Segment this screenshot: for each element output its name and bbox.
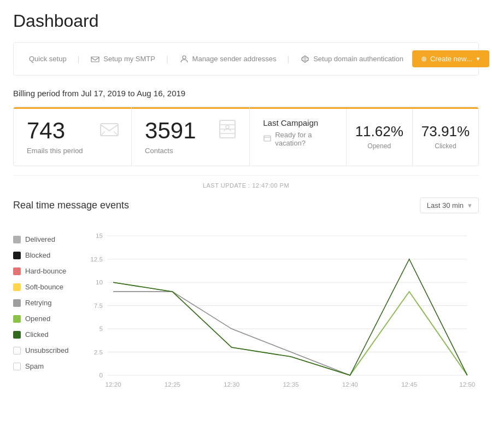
legend-soft-bounce: Soft-bounce bbox=[13, 283, 84, 291]
legend-spam: Spam bbox=[13, 362, 84, 370]
svg-text:12:40: 12:40 bbox=[342, 381, 359, 388]
page-title: Dashboard bbox=[13, 11, 479, 31]
legend-opened: Opened bbox=[13, 315, 84, 323]
last-update: LAST UPDATE : 12:47:00 PM bbox=[13, 175, 479, 189]
delivered-dot bbox=[13, 236, 21, 243]
divider-1: | bbox=[78, 55, 80, 63]
realtime-title: Real time message events bbox=[13, 200, 129, 211]
toolbar: Quick setup | Setup my SMTP | Manage sen… bbox=[13, 42, 479, 75]
create-new-button[interactable]: ⊕ Create new... ▼ bbox=[412, 50, 490, 67]
opened-value: 11.62% bbox=[355, 123, 403, 140]
manage-sender-label: Manage sender addresses bbox=[192, 55, 277, 63]
svg-text:10: 10 bbox=[96, 279, 103, 286]
setup-domain-label: Setup domain authentication bbox=[313, 55, 403, 63]
svg-text:0: 0 bbox=[99, 371, 103, 379]
clicked-metric: 73.91% Clicked bbox=[413, 107, 478, 166]
svg-text:12:50: 12:50 bbox=[459, 381, 476, 388]
divider-2: | bbox=[166, 55, 168, 63]
clicked-value: 73.91% bbox=[421, 123, 470, 140]
svg-point-1 bbox=[183, 56, 186, 59]
legend-clicked: Clicked bbox=[13, 330, 84, 339]
svg-rect-2 bbox=[101, 124, 118, 136]
clicked-dot bbox=[13, 331, 21, 339]
svg-text:12:20: 12:20 bbox=[106, 381, 122, 388]
legend-blocked: Blocked bbox=[13, 251, 84, 259]
svg-text:15: 15 bbox=[96, 232, 103, 240]
sender-icon bbox=[179, 54, 189, 64]
last-campaign-card: Last Campaign Ready for a vacation? 11.6… bbox=[250, 107, 478, 166]
legend-retrying: Retrying bbox=[13, 299, 84, 307]
chart-legend: Delivered Blocked Hard-bounce Soft-bounc… bbox=[13, 224, 84, 400]
time-filter-dropdown[interactable]: Last 30 min ▾ bbox=[420, 197, 479, 213]
last-campaign-title: Last Campaign bbox=[263, 118, 332, 127]
section-header: Real time message events Last 30 min ▾ bbox=[13, 197, 479, 213]
stats-row: 743 Emails this period 3591 Contacts bbox=[13, 107, 479, 166]
chevron-down-icon: ▾ bbox=[468, 201, 472, 210]
svg-text:12:35: 12:35 bbox=[283, 381, 298, 388]
create-chevron-icon: ▼ bbox=[476, 56, 481, 62]
opened-metric: 11.62% Opened bbox=[347, 107, 413, 166]
contacts-label: Contacts bbox=[145, 147, 236, 155]
emails-label: Emails this period bbox=[27, 147, 118, 155]
contacts-stat-card: 3591 Contacts bbox=[132, 107, 250, 166]
opened-label: Opened bbox=[355, 142, 403, 150]
svg-text:2.5: 2.5 bbox=[94, 348, 103, 356]
spam-check bbox=[13, 363, 21, 370]
last-campaign-name: Ready for a vacation? bbox=[263, 131, 332, 147]
soft-bounce-dot bbox=[13, 283, 21, 291]
clicked-label: Clicked bbox=[421, 142, 470, 150]
divider-3: | bbox=[288, 55, 290, 63]
setup-domain[interactable]: Setup domain authentication bbox=[296, 52, 408, 66]
smtp-icon bbox=[90, 54, 100, 64]
opened-dot bbox=[13, 315, 21, 323]
contacts-icon bbox=[216, 118, 238, 142]
create-plus-icon: ⊕ bbox=[421, 55, 427, 63]
domain-icon bbox=[300, 54, 310, 64]
svg-text:12:30: 12:30 bbox=[224, 381, 240, 388]
clicked-line bbox=[113, 259, 467, 375]
svg-text:5: 5 bbox=[99, 325, 103, 333]
emails-stat-card: 743 Emails this period bbox=[14, 107, 132, 166]
svg-text:7.5: 7.5 bbox=[94, 302, 103, 309]
legend-delivered: Delivered bbox=[13, 235, 84, 243]
unsubscribed-check bbox=[13, 347, 21, 354]
quick-setup-label: Quick setup bbox=[29, 55, 67, 63]
blocked-dot bbox=[13, 252, 21, 259]
legend-unsubscribed: Unsubscribed bbox=[13, 346, 84, 354]
setup-smtp-label: Setup my SMTP bbox=[103, 55, 155, 63]
chart-wrapper: 0 2.5 5 7.5 10 12.5 15 12:20 12:25 12:30… bbox=[84, 224, 479, 400]
svg-text:12:25: 12:25 bbox=[165, 381, 180, 388]
svg-point-7 bbox=[226, 125, 229, 129]
chart-area: Delivered Blocked Hard-bounce Soft-bounc… bbox=[13, 224, 479, 400]
hard-bounce-dot bbox=[13, 267, 21, 275]
setup-smtp[interactable]: Setup my SMTP bbox=[86, 52, 160, 66]
svg-rect-0 bbox=[91, 57, 99, 62]
retrying-dot bbox=[13, 299, 21, 307]
billing-period: Billing period from Jul 17, 2019 to Aug … bbox=[13, 89, 479, 98]
legend-hard-bounce: Hard-bounce bbox=[13, 267, 84, 275]
svg-rect-8 bbox=[264, 136, 271, 141]
manage-sender[interactable]: Manage sender addresses bbox=[175, 52, 281, 66]
delivered-line bbox=[113, 292, 467, 375]
svg-text:12:45: 12:45 bbox=[401, 381, 417, 388]
quick-setup[interactable]: Quick setup bbox=[25, 53, 71, 65]
line-chart: 0 2.5 5 7.5 10 12.5 15 12:20 12:25 12:30… bbox=[84, 224, 479, 399]
campaign-name-icon bbox=[263, 134, 272, 144]
email-icon bbox=[98, 118, 120, 142]
svg-text:12.5: 12.5 bbox=[90, 255, 103, 263]
